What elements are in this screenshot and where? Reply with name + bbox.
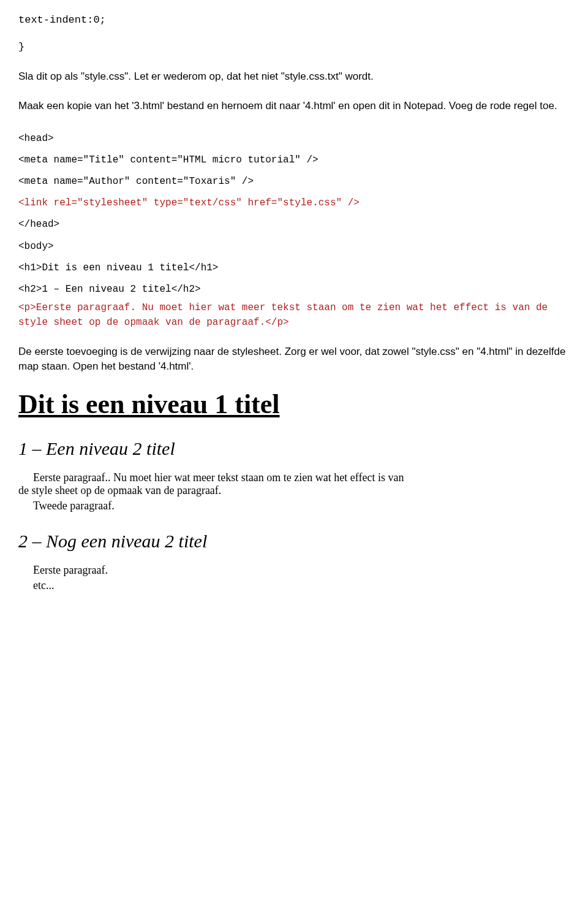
css-line: text-indent:0; xyxy=(18,12,570,28)
code-line-highlight: <p>Eerste paragraaf. Nu moet hier wat me… xyxy=(18,300,570,330)
rendered-paragraph: Eerste paragraaf. xyxy=(18,564,410,577)
instruction-text: De eerste toevoeging is de verwijzing na… xyxy=(18,344,570,374)
rendered-paragraph: Tweede paragraaf. xyxy=(18,500,410,512)
code-line: <h1>Dit is een niveau 1 titel</h1> xyxy=(18,257,570,279)
rendered-h1: Dit is een niveau 1 titel xyxy=(18,389,570,420)
rendered-h2: 2 – Nog een niveau 2 titel xyxy=(18,531,570,552)
rendered-paragraph: Eerste paragraaf.. Nu moet hier wat meer… xyxy=(18,471,410,497)
code-line: </head> xyxy=(18,214,570,235)
code-line: <meta name="Title" content="HTML micro t… xyxy=(18,150,570,171)
code-line: <body> xyxy=(18,236,570,257)
rendered-paragraph: etc... xyxy=(18,579,410,592)
code-block: <head> <meta name="Title" content="HTML … xyxy=(18,128,570,330)
instruction-text: Maak een kopie van het '3.html' bestand … xyxy=(18,99,570,113)
code-line: <head> xyxy=(18,128,570,150)
rendered-h2: 1 – Een niveau 2 titel xyxy=(18,438,570,459)
css-line: } xyxy=(18,39,570,55)
code-line: <h2>1 – Een niveau 2 titel</h2> xyxy=(18,279,570,300)
code-line-highlight: <link rel="stylesheet" type="text/css" h… xyxy=(18,192,570,214)
css-fragment: text-indent:0; } xyxy=(18,12,570,55)
code-line: <meta name="Author" content="Toxaris" /> xyxy=(18,171,570,192)
instruction-text: Sla dit op als "style.css". Let er weder… xyxy=(18,69,570,84)
rendered-preview: Dit is een niveau 1 titel 1 – Een niveau… xyxy=(18,389,570,592)
